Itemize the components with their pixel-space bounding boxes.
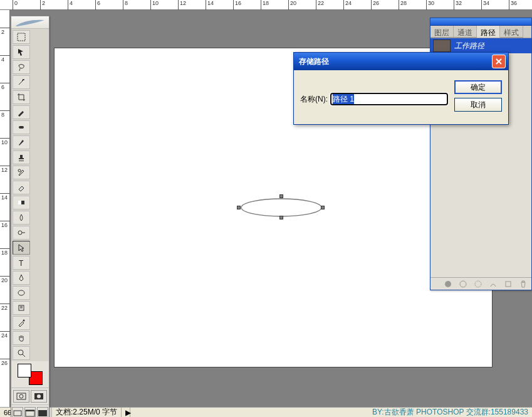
panel-footer — [430, 277, 531, 290]
svg-rect-1 — [18, 33, 25, 41]
anchor-point[interactable] — [321, 206, 325, 209]
foreground-color[interactable] — [18, 364, 31, 377]
svg-rect-20 — [38, 410, 47, 416]
dialog-form: 名称(N): — [300, 80, 448, 112]
ruler-tick: 4 — [0, 55, 10, 63]
type-tool[interactable]: T — [13, 256, 30, 270]
svg-point-0 — [241, 199, 321, 216]
ruler-tick: 20 — [0, 276, 10, 283]
color-swatches[interactable] — [11, 361, 49, 388]
anchor-point[interactable] — [279, 216, 283, 219]
dialog-buttons: 确定 取消 — [454, 80, 502, 112]
dialog-close-button[interactable] — [492, 55, 506, 68]
ruler-tick: 26 — [371, 0, 380, 10]
svg-point-14 — [19, 394, 23, 398]
history-brush-tool[interactable] — [13, 166, 30, 179]
dialog-title: 存储路径 — [296, 56, 329, 67]
ruler-tick: 12 — [178, 0, 187, 10]
crop-tool[interactable] — [13, 90, 30, 104]
toolbox: T — [11, 16, 50, 417]
marquee-tool[interactable] — [13, 30, 30, 44]
ruler-tick: 8 — [0, 110, 10, 118]
screen-standard-button[interactable] — [12, 407, 23, 417]
ruler-tick: 8 — [123, 0, 129, 10]
stamp-tool[interactable] — [13, 150, 30, 164]
save-path-dialog: 存储路径 名称(N): 确定 取消 — [293, 52, 509, 125]
name-label: 名称(N): — [300, 94, 328, 105]
ruler-tick: 2 — [40, 0, 46, 10]
healing-brush-tool[interactable] — [13, 120, 30, 134]
screen-full-button[interactable] — [37, 407, 48, 417]
cancel-button[interactable]: 取消 — [454, 98, 502, 112]
status-arrow[interactable]: ▶ — [122, 408, 130, 417]
tab-paths[interactable]: 路径 — [477, 26, 500, 38]
ruler-horizontal: 0 2 4 6 8 10 12 14 16 18 20 22 24 26 28 … — [0, 0, 532, 10]
delete-path-icon[interactable] — [519, 280, 528, 288]
feather-icon — [14, 18, 46, 28]
ruler-tick: 30 — [426, 0, 436, 10]
brush-tool[interactable] — [13, 135, 30, 149]
svg-rect-3 — [19, 126, 24, 129]
ruler-tick: 12 — [0, 166, 10, 173]
move-tool[interactable] — [13, 45, 30, 59]
ruler-tick: 22 — [0, 304, 10, 311]
quickmask-mode-button[interactable] — [31, 390, 47, 403]
screen-full-menubar-button[interactable] — [24, 407, 36, 417]
ellipse-path[interactable] — [239, 196, 324, 219]
toolbox-header — [11, 16, 49, 29]
path-thumbnail — [433, 40, 451, 52]
ruler-tick: 16 — [0, 221, 10, 228]
ruler-tick: 36 — [509, 0, 518, 10]
pen-tool[interactable] — [13, 271, 30, 285]
load-selection-icon[interactable] — [474, 280, 482, 288]
ruler-tick: 4 — [68, 0, 74, 10]
make-workpath-icon[interactable] — [489, 280, 498, 288]
dodge-tool[interactable] — [13, 226, 30, 240]
ruler-tick: 6 — [0, 83, 10, 90]
tool-grid: T — [11, 29, 49, 361]
hand-tool[interactable] — [13, 331, 30, 345]
doc-info[interactable]: 文档:2.25M/0 字节 — [52, 408, 122, 417]
shape-tool[interactable] — [13, 286, 30, 300]
notes-tool[interactable] — [13, 301, 30, 315]
new-path-icon[interactable] — [504, 280, 513, 288]
svg-point-25 — [475, 281, 481, 287]
anchor-point[interactable] — [237, 206, 241, 209]
svg-point-11 — [23, 320, 25, 322]
zoom-tool[interactable] — [13, 346, 30, 360]
svg-point-2 — [23, 79, 24, 80]
magic-wand-tool[interactable] — [13, 75, 30, 89]
slice-tool[interactable] — [13, 105, 30, 119]
panel-tabs: 图层 通道 路径 样式 — [430, 26, 531, 38]
svg-text:T: T — [19, 259, 24, 267]
tab-layers[interactable]: 图层 — [430, 26, 454, 38]
ruler-vertical: 2 4 6 8 10 12 14 16 18 20 22 24 26 — [0, 10, 10, 407]
ok-button[interactable]: 确定 — [454, 80, 502, 94]
path-selection-tool[interactable] — [13, 241, 30, 255]
lasso-tool[interactable] — [13, 60, 30, 74]
fill-path-icon[interactable] — [444, 280, 452, 288]
tab-styles[interactable]: 样式 — [500, 26, 523, 38]
eyedropper-tool[interactable] — [13, 316, 30, 330]
svg-point-12 — [18, 350, 23, 355]
path-item-work-path[interactable]: 工作路径 — [430, 38, 531, 53]
anchor-point[interactable] — [279, 194, 283, 198]
eraser-tool[interactable] — [13, 181, 30, 194]
tab-channels[interactable]: 通道 — [454, 26, 477, 38]
path-name-input[interactable] — [330, 93, 448, 105]
ruler-tick: 6 — [95, 0, 102, 10]
panel-titlebar[interactable] — [430, 18, 531, 26]
dialog-titlebar[interactable]: 存储路径 — [294, 53, 508, 70]
dialog-body: 名称(N): 确定 取消 — [294, 70, 508, 124]
ruler-tick: 26 — [0, 359, 10, 366]
blur-tool[interactable] — [13, 211, 30, 224]
path-item-label: 工作路径 — [454, 41, 484, 51]
ruler-tick: 32 — [454, 0, 463, 10]
status-bar: 文档:2.25M/0 字节 ▶ BY:古欲香萧 PHOTOSHOP 交流群:15… — [0, 407, 532, 417]
standard-mode-button[interactable] — [13, 390, 29, 403]
close-icon — [495, 58, 503, 65]
gradient-tool[interactable] — [13, 196, 30, 209]
ruler-tick: 2 — [0, 28, 10, 35]
stroke-path-icon[interactable] — [459, 280, 467, 288]
ruler-tick: 34 — [481, 0, 491, 10]
